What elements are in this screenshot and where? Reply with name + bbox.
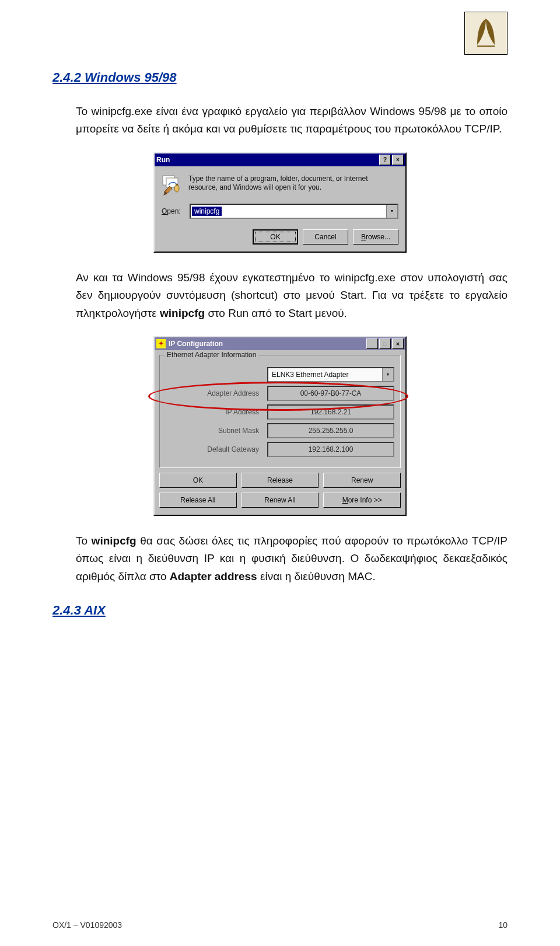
footer-right: 10 [498, 920, 508, 930]
browse-button[interactable]: Browse... [353, 229, 398, 245]
chevron-down-icon[interactable]: ▼ [386, 205, 397, 218]
ip-address-value: 192.168.2.21 [267, 404, 394, 420]
footer-left: OX/1 – V01092003 [52, 920, 122, 930]
ip-address-label: IP Address [166, 408, 267, 416]
help-icon[interactable]: ? [379, 155, 391, 165]
default-gateway-value: 192.168.2.100 [267, 442, 394, 457]
run-title-text: Run [156, 156, 170, 164]
para-2: Αν και τα Windows 95/98 έχουν εγκατεστημ… [76, 269, 508, 322]
run-titlebar: Run ? × [155, 153, 405, 166]
adapter-select[interactable]: ELNK3 Ethernet Adapter ▼ [267, 367, 394, 382]
run-dialog: Run ? × [153, 152, 407, 253]
svg-rect-4 [176, 184, 178, 186]
minimize-icon[interactable]: _ [366, 338, 378, 349]
close-icon[interactable]: × [392, 338, 404, 349]
adapter-address-label: Adapter Address [166, 389, 267, 397]
ipconfig-app-icon: ✦ [156, 339, 166, 348]
run-description: Type the name of a program, folder, docu… [188, 174, 398, 196]
chevron-down-icon[interactable]: ▼ [382, 368, 393, 381]
subnet-mask-value: 255.255.255.0 [267, 423, 394, 438]
adapter-group-title: Ethernet Adapter Information [164, 351, 258, 359]
renew-button[interactable]: Renew [323, 473, 401, 488]
page-footer: OX/1 – V01092003 10 [52, 920, 508, 930]
para-3: Το winipcfg θα σας δώσει όλες τις πληροφ… [76, 532, 508, 585]
para-1: Το winipcfg.exe είναι ένα γραφικό εργαλε… [76, 103, 508, 138]
ipconfig-dialog: ✦ IP Configuration _ □ × Ethernet Adapte… [153, 336, 407, 516]
ipconfig-titlebar: ✦ IP Configuration _ □ × [155, 337, 405, 350]
run-app-icon [162, 174, 183, 196]
subnet-mask-label: Subnet Mask [166, 427, 267, 435]
ok-button[interactable]: OK [253, 229, 298, 245]
release-all-button[interactable]: Release All [159, 493, 237, 508]
ok-button[interactable]: OK [159, 473, 237, 488]
close-icon[interactable]: × [392, 155, 404, 165]
release-button[interactable]: Release [242, 473, 319, 488]
default-gateway-label: Default Gateway [166, 445, 267, 453]
page-logo [464, 12, 508, 55]
adapter-groupbox: Ethernet Adapter Information ELNK3 Ether… [159, 355, 401, 468]
adapter-address-value: 00-60-97-B0-77-CA [267, 386, 394, 401]
more-info-button[interactable]: More Info >> [323, 493, 401, 508]
cancel-button[interactable]: Cancel [303, 229, 348, 245]
open-input[interactable]: winipcfg ▼ [190, 204, 398, 219]
heading-2-4-3: 2.4.3 AIX [52, 603, 508, 618]
maximize-icon: □ [379, 338, 391, 349]
adapter-value: ELNK3 Ethernet Adapter [272, 371, 348, 379]
ipconfig-title-text: IP Configuration [169, 340, 223, 348]
heading-2-4-2: 2.4.2 Windows 95/98 [52, 70, 508, 85]
renew-all-button[interactable]: Renew All [242, 493, 319, 508]
open-label: Open: [162, 207, 190, 215]
svg-rect-0 [469, 16, 503, 50]
open-value: winipcfg [192, 207, 222, 216]
